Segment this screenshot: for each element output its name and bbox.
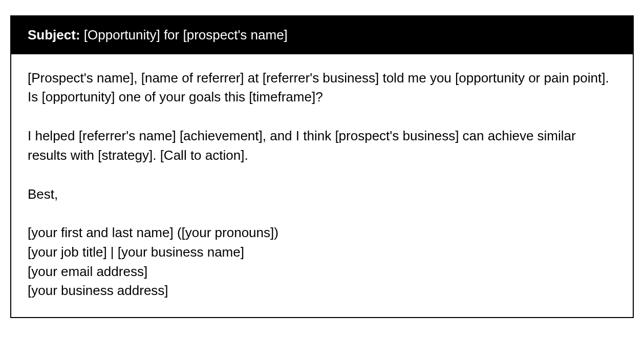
subject-text: [Opportunity] for [prospect's name]: [80, 27, 288, 43]
signature-address: [your business address]: [28, 281, 616, 301]
signature-block: [your first and last name] ([your pronou…: [28, 223, 616, 301]
closing-salutation: Best,: [28, 185, 616, 204]
body-paragraph-2: I helped [referrer's name] [achievement]…: [28, 127, 616, 165]
body-paragraph-1: [Prospect's name], [name of referrer] at…: [28, 69, 616, 107]
subject-bar: Subject: [Opportunity] for [prospect's n…: [11, 16, 633, 54]
subject-label: Subject:: [28, 27, 80, 43]
signature-email: [your email address]: [28, 262, 616, 282]
email-template-container: Subject: [Opportunity] for [prospect's n…: [10, 15, 634, 318]
signature-title-business: [your job title] | [your business name]: [28, 243, 616, 262]
signature-name-pronouns: [your first and last name] ([your pronou…: [28, 223, 616, 243]
email-body: [Prospect's name], [name of referrer] at…: [11, 54, 633, 317]
